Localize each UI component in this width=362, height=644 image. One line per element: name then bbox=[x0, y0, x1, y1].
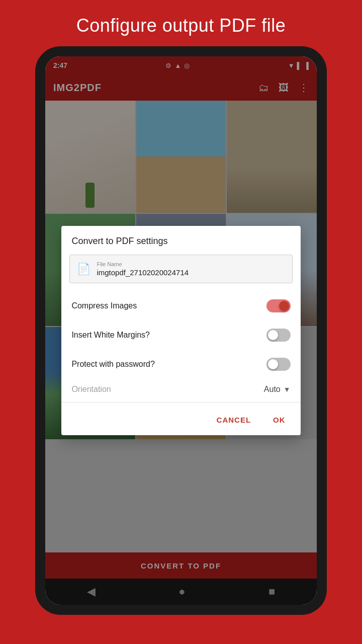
convert-pdf-dialog: Convert to PDF settings 📄 File Name imgt… bbox=[61, 226, 300, 435]
protect-password-label: Protect with password? bbox=[71, 360, 154, 369]
protect-password-option: Protect with password? bbox=[61, 350, 300, 379]
dialog-overlay: Convert to PDF settings 📄 File Name imgt… bbox=[45, 56, 317, 605]
dropdown-arrow-icon: ▼ bbox=[284, 385, 291, 393]
dialog-title: Convert to PDF settings bbox=[61, 236, 300, 255]
dialog-divider bbox=[61, 402, 300, 403]
protect-password-knob bbox=[268, 359, 278, 369]
compress-images-knob bbox=[279, 301, 289, 311]
white-margins-knob bbox=[268, 330, 278, 340]
file-name-field[interactable]: 📄 File Name imgtopdf_27102020024714 bbox=[69, 255, 292, 283]
compress-images-option: Compress Images bbox=[61, 291, 300, 320]
cancel-button[interactable]: CANCEL bbox=[208, 411, 260, 429]
page-title: Configure output PDF file bbox=[56, 0, 306, 46]
phone-screen: 2:47 ⚙ ▲ ◎ ▼ ▌ ▐ IMG2PDF 🗂 🖼 ⋮ bbox=[45, 56, 317, 605]
orientation-label: Orientation bbox=[71, 385, 111, 394]
protect-password-toggle[interactable] bbox=[266, 358, 291, 371]
file-icon: 📄 bbox=[77, 263, 90, 276]
compress-images-label: Compress Images bbox=[71, 301, 137, 310]
phone-frame: 2:47 ⚙ ▲ ◎ ▼ ▌ ▐ IMG2PDF 🗂 🖼 ⋮ bbox=[35, 46, 327, 615]
white-margins-toggle[interactable] bbox=[266, 329, 291, 342]
file-name-label: File Name bbox=[97, 261, 189, 267]
white-margins-label: Insert White Margins? bbox=[71, 331, 150, 340]
orientation-value: Auto bbox=[264, 385, 281, 394]
file-name-value: imgtopdf_27102020024714 bbox=[97, 268, 189, 277]
orientation-row: Orientation Auto ▼ bbox=[61, 379, 300, 402]
white-margins-option: Insert White Margins? bbox=[61, 320, 300, 350]
orientation-select[interactable]: Auto ▼ bbox=[264, 385, 291, 394]
file-field-content: File Name imgtopdf_27102020024714 bbox=[97, 261, 189, 277]
compress-images-toggle[interactable] bbox=[266, 299, 291, 312]
ok-button[interactable]: OK bbox=[264, 411, 295, 429]
dialog-actions: CANCEL OK bbox=[61, 407, 300, 431]
